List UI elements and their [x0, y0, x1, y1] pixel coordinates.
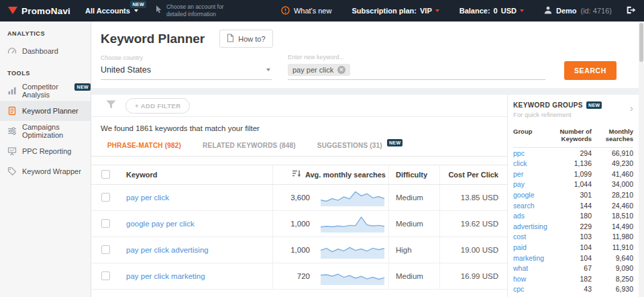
row-checkbox[interactable]	[101, 193, 110, 202]
country-value: United States	[101, 65, 151, 75]
brand-triangle-icon	[8, 7, 17, 15]
tab-suggestions[interactable]: SUGGESTIONS (31) NEW	[317, 142, 403, 150]
group-keywords-count: 104	[554, 254, 592, 262]
group-link[interactable]: ppc	[513, 149, 554, 157]
group-link[interactable]: google	[513, 191, 554, 199]
tab-related-keywords[interactable]: RELATED KEYWORDS (848)	[203, 142, 296, 150]
add-filter-button[interactable]: + ADD FILTER	[125, 98, 190, 114]
group-link[interactable]: pay	[513, 180, 554, 188]
tab-phrase-match[interactable]: PHRASE-MATCH (982)	[107, 142, 181, 150]
subscription-value: VIP	[420, 7, 432, 15]
sidebar-item-dashboard[interactable]: Dashboard	[0, 41, 91, 61]
user-name: Demo	[556, 7, 577, 15]
scrollbar-thumb[interactable]	[639, 23, 643, 62]
dashboard-icon	[7, 46, 17, 56]
keyword-groups-panel: KEYWORD GROUPS NEW › For quick refinemen…	[507, 95, 639, 297]
competitor-analysis-icon	[7, 86, 17, 95]
group-row: what 67 9,090	[513, 263, 633, 273]
chip-close-icon[interactable]: ✕	[337, 66, 345, 74]
cpc-value: 16.99 USD	[440, 263, 506, 289]
chevron-down-icon	[266, 69, 270, 71]
group-link[interactable]: search	[513, 202, 554, 210]
group-link[interactable]: cpc	[513, 285, 554, 293]
column-header-searches[interactable]: Avg. monthly searches	[273, 165, 389, 184]
country-select[interactable]: United States	[101, 64, 272, 80]
keyword-link[interactable]: pay per click advertising	[126, 246, 209, 254]
keyword-wrapper-icon	[7, 167, 17, 176]
group-link[interactable]: click	[513, 159, 554, 167]
subscription-dropdown[interactable]: Subscription plan: VIP	[352, 7, 439, 15]
results-card: + ADD FILTER We found 1861 keywords that…	[91, 95, 639, 297]
sidebar-item-label: Keyword Planner	[22, 107, 78, 115]
user-id: (id: 4716)	[581, 7, 612, 15]
brand-logo[interactable]: PromoNavi	[8, 6, 70, 16]
group-link[interactable]: what	[513, 264, 554, 272]
how-to-button[interactable]: How to?	[219, 30, 272, 48]
funnel-icon	[106, 99, 116, 112]
group-monthly-searches: 24,460	[598, 202, 633, 210]
balance-currency: USD	[501, 7, 517, 15]
group-keywords-count: 1,099	[554, 170, 592, 178]
sort-descending-icon[interactable]	[292, 170, 301, 179]
group-link[interactable]: how	[513, 275, 554, 283]
group-link[interactable]: per	[513, 170, 554, 178]
chevron-down-icon	[134, 9, 138, 12]
sidebar-item-competitor-analysis[interactable]: Competitor Analysis NEW	[0, 81, 91, 101]
group-link[interactable]: advertising	[513, 222, 554, 230]
balance-dropdown[interactable]: Balance: 0 USD	[460, 7, 524, 15]
group-monthly-searches: 11,910	[598, 243, 633, 251]
trend-sparkline	[321, 215, 384, 232]
user-menu[interactable]: Demo (id: 4716)	[544, 6, 612, 15]
row-checkbox[interactable]	[101, 219, 110, 228]
column-header-searches-label: Avg. monthly searches	[305, 171, 386, 179]
accounts-dropdown[interactable]: All Accounts NEW	[85, 7, 138, 15]
keyword-link[interactable]: google pay per click	[126, 220, 195, 228]
group-link[interactable]: ads	[513, 212, 554, 220]
results-tabs: PHRASE-MATCH (982) RELATED KEYWORDS (848…	[91, 138, 507, 157]
keyword-link[interactable]: pay per click marketing	[126, 272, 205, 280]
sidebar-item-ppc-reporting[interactable]: PPC Reporting	[0, 141, 91, 161]
group-monthly-searches: 66,910	[598, 149, 633, 157]
group-link[interactable]: paid	[513, 243, 554, 251]
group-row: ppc 294 66,910	[513, 148, 633, 159]
table-row: pay per click marketing 720 Medium 16.99…	[91, 263, 507, 290]
row-checkbox[interactable]	[101, 245, 110, 254]
group-monthly-searches: 14,490	[598, 222, 633, 230]
sidebar-item-keyword-planner[interactable]: Keyword Planner	[0, 101, 91, 121]
group-monthly-searches: 49,230	[598, 159, 633, 167]
accounts-hint: Choose an account for detailed informati…	[156, 3, 241, 18]
groups-table-header: Group Number of Keywords Monthly searche…	[513, 128, 633, 148]
sidebar-item-label: Competitor Analysis	[22, 83, 68, 99]
keyword-field: Enter new keyword... pay per click ✕	[288, 54, 545, 80]
whats-new-link[interactable]: What's new	[281, 6, 332, 16]
select-all-checkbox[interactable]	[101, 170, 110, 179]
sidebar-item-campaigns-optimization[interactable]: Campaigns Optimization	[0, 121, 91, 141]
group-link[interactable]: cost	[513, 232, 554, 241]
top-navbar: PromoNavi All Accounts NEW Choose an acc…	[0, 0, 644, 22]
new-badge: NEW	[74, 83, 91, 91]
vertical-scrollbar[interactable]	[639, 22, 644, 297]
table-row: pay per click 3,600 Medium 13.85 USD	[91, 185, 507, 211]
group-row: how 182 8,250	[513, 273, 633, 284]
search-button[interactable]: SEARCH	[564, 61, 616, 80]
column-header-keyword[interactable]: Keyword	[119, 165, 273, 184]
group-keywords-count: 103	[554, 232, 592, 241]
sidebar-section-analytics: ANALYTICS	[0, 22, 91, 41]
logout-button[interactable]	[627, 6, 636, 15]
groups-table-body: ppc 294 66,910 click 1,136 49,230 per 1,…	[513, 148, 633, 294]
country-label: Choose country	[101, 54, 272, 61]
group-row: paid 104 11,910	[513, 242, 633, 253]
sidebar-item-keyword-wrapper[interactable]: Keyword Wrapper	[0, 161, 91, 181]
group-link[interactable]: marketing	[513, 254, 554, 262]
group-keywords-count: 301	[554, 191, 592, 199]
chevron-right-icon[interactable]: ›	[630, 103, 633, 113]
column-header-difficulty[interactable]: Difficulty	[389, 165, 440, 184]
keyword-input[interactable]: pay per click ✕	[288, 63, 545, 80]
row-checkbox[interactable]	[101, 271, 110, 280]
cpc-value: 19.62 USD	[440, 211, 506, 237]
column-header-cpc[interactable]: Cost Per Click	[440, 165, 506, 184]
subscription-label: Subscription plan:	[352, 7, 417, 15]
keyword-planner-icon	[7, 106, 17, 116]
keyword-link[interactable]: pay per click	[126, 194, 169, 202]
chevron-down-icon	[520, 9, 524, 12]
